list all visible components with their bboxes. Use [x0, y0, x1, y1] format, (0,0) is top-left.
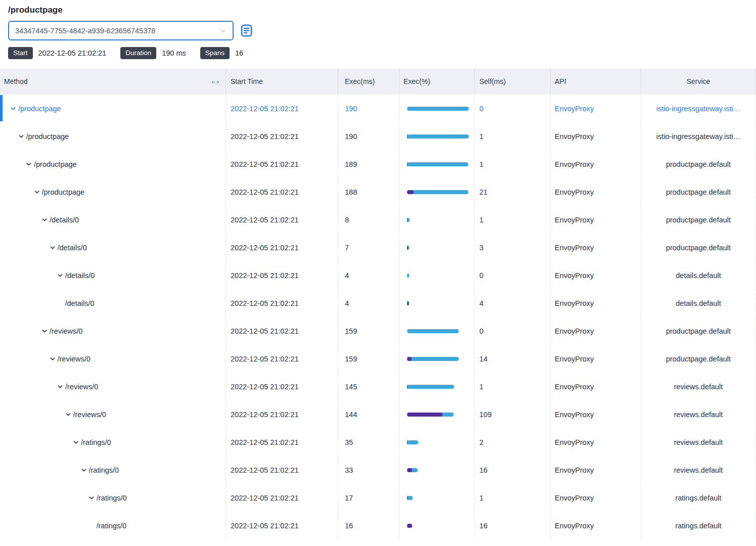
service-value: ratings.default	[675, 522, 721, 530]
method-cell[interactable]: /ratings/0	[0, 484, 226, 512]
exec-bar	[407, 440, 418, 444]
start-time-value: 2022-12-05 21:02:21	[231, 355, 299, 363]
exec-ms-cell: 188	[338, 178, 399, 206]
exec-ms-cell: 144	[338, 400, 399, 428]
method-cell[interactable]: /details/0	[0, 206, 226, 234]
service-cell: productpage.default	[641, 234, 756, 261]
method-label: /productpage	[34, 160, 77, 168]
table-row[interactable]: /productpage 2022-12-05 21:02:21 188 21 …	[0, 178, 756, 206]
self-time-bar	[407, 524, 412, 528]
chevron-down-icon[interactable]	[73, 439, 79, 445]
method-cell[interactable]: /ratings/0	[0, 512, 226, 539]
chevron-down-icon[interactable]	[81, 467, 87, 473]
chevron-down-icon[interactable]	[65, 412, 71, 418]
column-label: Start Time	[231, 77, 263, 85]
service-cell: reviews.default	[641, 373, 756, 400]
self-time-bar	[407, 218, 408, 222]
table-header: Method ‹··› Start Time Exec(ms) Exec(%) …	[0, 69, 756, 94]
method-cell[interactable]: /reviews/0	[0, 345, 226, 373]
self-ms-cell: 2	[475, 428, 551, 456]
exec-ms-value: 33	[345, 466, 353, 474]
self-ms-cell: 1	[475, 122, 551, 150]
self-ms-value: 0	[479, 327, 483, 335]
table-row[interactable]: /details/0 2022-12-05 21:02:21 4 4 Envoy…	[0, 289, 756, 317]
exec-percent-cell	[399, 428, 475, 456]
trace-id-select[interactable]: 34347445-7755-4842-a939-623656745378	[8, 21, 234, 40]
method-cell[interactable]: /productpage	[0, 150, 226, 178]
table-row[interactable]: /ratings/0 2022-12-05 21:02:21 17 1 Envo…	[0, 484, 756, 512]
table-row[interactable]: /reviews/0 2022-12-05 21:02:21 159 14 En…	[0, 345, 756, 373]
method-cell[interactable]: /details/0	[0, 234, 226, 261]
chevron-down-icon[interactable]	[57, 384, 63, 390]
exec-ms-cell: 145	[338, 373, 399, 400]
table-row[interactable]: /reviews/0 2022-12-05 21:02:21 144 109 E…	[0, 400, 756, 428]
api-cell: EnvoyProxy	[551, 373, 641, 400]
api-cell: EnvoyProxy	[551, 484, 641, 512]
method-cell[interactable]: /reviews/0	[0, 317, 226, 345]
api-cell: EnvoyProxy	[551, 178, 641, 206]
chevron-down-icon[interactable]	[41, 217, 48, 223]
method-cell[interactable]: /details/0	[0, 289, 226, 317]
exec-bar	[407, 496, 413, 500]
trace-selector-row: 34347445-7755-4842-a939-623656745378	[8, 21, 756, 40]
service-cell: productpage.default	[641, 317, 756, 345]
service-value: productpage.default	[666, 160, 731, 168]
table-body: /productpage 2022-12-05 21:02:21 190 0 E…	[0, 94, 756, 539]
self-ms-cell: 109	[475, 400, 551, 428]
exec-ms-value: 16	[345, 522, 353, 530]
method-cell[interactable]: /productpage	[0, 122, 226, 150]
self-ms-cell: 1	[475, 206, 551, 234]
method-label: /productpage	[26, 132, 69, 141]
exec-ms-value: 4	[345, 271, 349, 280]
column-resize-handle-icon[interactable]: ‹··›	[212, 78, 218, 85]
start-time-cell: 2022-12-05 21:02:21	[226, 373, 338, 400]
table-row[interactable]: /reviews/0 2022-12-05 21:02:21 159 0 Env…	[0, 317, 756, 345]
column-header-service: Service	[641, 69, 756, 94]
self-time-bar	[407, 190, 414, 194]
table-row[interactable]: /ratings/0 2022-12-05 21:02:21 33 16 Env…	[0, 456, 756, 484]
table-row[interactable]: /details/0 2022-12-05 21:02:21 4 0 Envoy…	[0, 261, 756, 289]
column-label: Exec(ms)	[345, 77, 375, 85]
exec-bar	[407, 162, 468, 166]
table-row[interactable]: /ratings/0 2022-12-05 21:02:21 16 16 Env…	[0, 512, 756, 539]
api-value: EnvoyProxy	[555, 188, 594, 196]
table-row[interactable]: /productpage 2022-12-05 21:02:21 189 1 E…	[0, 150, 756, 178]
method-cell[interactable]: /ratings/0	[0, 428, 226, 456]
exec-percent-cell	[399, 484, 475, 512]
self-ms-value: 21	[479, 188, 487, 196]
table-row[interactable]: /details/0 2022-12-05 21:02:21 8 1 Envoy…	[0, 206, 756, 234]
method-cell[interactable]: /reviews/0	[0, 400, 226, 428]
chevron-down-icon[interactable]	[10, 106, 16, 112]
method-cell[interactable]: /productpage	[0, 178, 226, 206]
self-ms-value: 16	[479, 522, 487, 530]
self-ms-value: 1	[479, 132, 483, 141]
chevron-down-icon[interactable]	[34, 189, 40, 195]
chevron-down-icon[interactable]	[57, 272, 63, 279]
method-cell[interactable]: /ratings/0	[0, 456, 226, 484]
method-cell[interactable]: /reviews/0	[0, 373, 226, 400]
column-header-method: Method ‹··›	[0, 69, 226, 94]
method-cell[interactable]: /productpage	[0, 95, 226, 122]
table-row[interactable]: /productpage 2022-12-05 21:02:21 190 0 E…	[0, 95, 756, 122]
chevron-down-icon[interactable]	[50, 356, 56, 362]
chevron-down-icon[interactable]	[41, 328, 48, 334]
copy-trace-id-button[interactable]	[240, 24, 253, 37]
table-row[interactable]: /ratings/0 2022-12-05 21:02:21 35 2 Envo…	[0, 428, 756, 456]
method-label: /reviews/0	[58, 355, 91, 363]
exec-ms-cell: 159	[338, 345, 399, 373]
api-cell: EnvoyProxy	[551, 428, 641, 456]
api-cell: EnvoyProxy	[551, 122, 641, 150]
method-cell[interactable]: /details/0	[0, 261, 226, 289]
table-row[interactable]: /productpage 2022-12-05 21:02:21 190 1 E…	[0, 122, 756, 150]
chevron-down-icon[interactable]	[26, 161, 32, 167]
start-time-value: 2022-12-05 21:02:21	[231, 271, 299, 280]
chevron-down-icon[interactable]	[88, 495, 95, 501]
self-time-bar	[407, 496, 408, 500]
column-header-start-time: Start Time	[226, 69, 338, 94]
chevron-down-icon[interactable]	[18, 133, 24, 140]
exec-ms-cell: 35	[338, 428, 399, 456]
table-row[interactable]: /reviews/0 2022-12-05 21:02:21 145 1 Env…	[0, 373, 756, 400]
table-row[interactable]: /details/0 2022-12-05 21:02:21 7 3 Envoy…	[0, 234, 756, 261]
chevron-down-icon[interactable]	[50, 245, 56, 251]
exec-percent-cell	[399, 150, 475, 178]
